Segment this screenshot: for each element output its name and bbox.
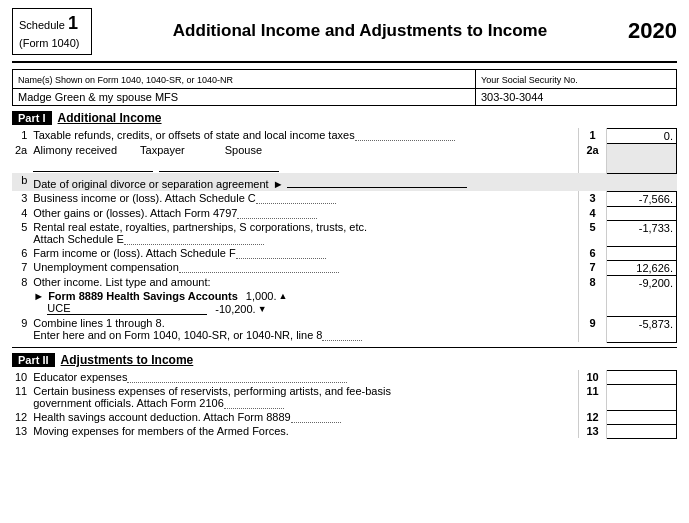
line-desc-2b: Date of original divorce or separation a… bbox=[30, 173, 578, 191]
taxpayer-info-header: Name(s) Shown on Form 1040, 1040-SR, or … bbox=[12, 69, 677, 88]
line-ref-9: 9 bbox=[579, 316, 607, 342]
part2-table: 10 Educator expenses 10 11 Certain busin… bbox=[12, 370, 677, 439]
line-value-11[interactable] bbox=[607, 384, 677, 410]
form-header: Schedule 1 (Form 1040) Additional Income… bbox=[12, 8, 677, 63]
other-income-item1-value: 1,000. bbox=[246, 290, 277, 302]
line-desc-5: Rental real estate, royalties, partnersh… bbox=[30, 220, 578, 246]
form-ref: (Form 1040) bbox=[19, 37, 80, 49]
taxpayer-ssn-value: 303-30-3044 bbox=[476, 89, 676, 105]
table-row: 6 Farm income or (loss). Attach Schedule… bbox=[12, 246, 677, 260]
taxpayer-name-label: Name(s) Shown on Form 1040, 1040-SR, or … bbox=[13, 70, 476, 88]
line-value-9[interactable]: -5,873. bbox=[607, 316, 677, 342]
table-row: b Date of original divorce or separation… bbox=[12, 173, 677, 191]
line-ref-10: 10 bbox=[579, 370, 607, 384]
line-desc-11: Certain business expenses of reservists,… bbox=[30, 384, 578, 410]
line-value-12[interactable] bbox=[607, 410, 677, 424]
line-num-5: 5 bbox=[12, 220, 30, 246]
part2-label: Part II bbox=[12, 353, 55, 367]
table-row: 12 Health savings account deduction. Att… bbox=[12, 410, 677, 424]
other-income-item2-value: -10,200. bbox=[215, 303, 255, 315]
schedule-box: Schedule 1 (Form 1040) bbox=[12, 8, 92, 55]
line-value-5[interactable]: -1,733. bbox=[607, 220, 677, 246]
line-value-6[interactable] bbox=[607, 246, 677, 260]
table-row: 13 Moving expenses for members of the Ar… bbox=[12, 424, 677, 438]
line-ref-1: 1 bbox=[579, 128, 607, 143]
line-ref-8: 8 bbox=[579, 275, 607, 316]
table-row: 9 Combine lines 1 through 8. Enter here … bbox=[12, 316, 677, 342]
other-income-item2-label: UCE bbox=[47, 302, 207, 315]
table-row: 4 Other gains or (losses). Attach Form 4… bbox=[12, 206, 677, 220]
table-row: 10 Educator expenses 10 bbox=[12, 370, 677, 384]
line-num-10: 10 bbox=[12, 370, 30, 384]
part1-title: Additional Income bbox=[58, 111, 162, 125]
line-num-1: 1 bbox=[12, 128, 30, 143]
line-value-13[interactable] bbox=[607, 424, 677, 438]
line-desc-7: Unemployment compensation bbox=[30, 260, 578, 275]
line-value-4[interactable] bbox=[607, 206, 677, 220]
line-ref-13: 13 bbox=[579, 424, 607, 438]
line-value-8[interactable]: -9,200. bbox=[607, 275, 677, 316]
line-value-3[interactable]: -7,566. bbox=[607, 191, 677, 206]
line-ref-2a: 2a bbox=[579, 143, 607, 173]
line-ref-11: 11 bbox=[579, 384, 607, 410]
line-desc-1: Taxable refunds, credits, or offsets of … bbox=[30, 128, 578, 143]
line-num-3: 3 bbox=[12, 191, 30, 206]
line-desc-6: Farm income or (loss). Attach Schedule F bbox=[30, 246, 578, 260]
line-num-12: 12 bbox=[12, 410, 30, 424]
other-income-item1-label: Form 8889 Health Savings Accounts bbox=[48, 290, 238, 302]
taxpayer-name-value: Madge Green & my spouse MFS bbox=[13, 89, 476, 105]
line-value-7[interactable]: 12,626. bbox=[607, 260, 677, 275]
line-desc-12: Health savings account deduction. Attach… bbox=[30, 410, 578, 424]
line-desc-13: Moving expenses for members of the Armed… bbox=[30, 424, 578, 438]
line-ref-5: 5 bbox=[579, 220, 607, 246]
part2-title: Adjustments to Income bbox=[61, 353, 194, 367]
table-row: 2a Alimony received TaxpayerSpouse 2a bbox=[12, 143, 677, 173]
tax-year: 2020 bbox=[628, 18, 677, 44]
taxpayer-ssn-label: Your Social Security No. bbox=[476, 70, 676, 88]
line-desc-2a: Alimony received TaxpayerSpouse bbox=[30, 143, 578, 173]
line-desc-10: Educator expenses bbox=[30, 370, 578, 384]
schedule-number: 1 bbox=[68, 13, 78, 33]
section-divider bbox=[12, 347, 677, 348]
line-num-2b: b bbox=[12, 173, 30, 191]
alimony-taxpayer-input[interactable] bbox=[33, 158, 153, 172]
line-num-2a: 2a bbox=[12, 143, 30, 173]
line-ref-7: 7 bbox=[579, 260, 607, 275]
line-ref-3: 3 bbox=[579, 191, 607, 206]
part1-header: Part I Additional Income bbox=[12, 111, 677, 125]
line-desc-3: Business income or (loss). Attach Schedu… bbox=[30, 191, 578, 206]
scroll-down-icon[interactable]: ▼ bbox=[258, 304, 267, 314]
table-row: 1 Taxable refunds, credits, or offsets o… bbox=[12, 128, 677, 143]
table-row: 11 Certain business expenses of reservis… bbox=[12, 384, 677, 410]
line-ref-4: 4 bbox=[579, 206, 607, 220]
table-row: 7 Unemployment compensation 7 12,626. bbox=[12, 260, 677, 275]
line-value-2a[interactable] bbox=[607, 143, 677, 173]
line-desc-4: Other gains or (losses). Attach Form 479… bbox=[30, 206, 578, 220]
line-desc-8: Other income. List type and amount: ► Fo… bbox=[30, 275, 578, 316]
line-value-10[interactable] bbox=[607, 370, 677, 384]
main-title: Additional Income and Adjustments to Inc… bbox=[92, 21, 628, 41]
line-num-8: 8 bbox=[12, 275, 30, 316]
line-num-4: 4 bbox=[12, 206, 30, 220]
part1-table: 1 Taxable refunds, credits, or offsets o… bbox=[12, 128, 677, 343]
schedule-label: Schedule bbox=[19, 19, 65, 31]
line-ref-12: 12 bbox=[579, 410, 607, 424]
line-num-9: 9 bbox=[12, 316, 30, 342]
table-row: 3 Business income or (loss). Attach Sche… bbox=[12, 191, 677, 206]
table-row: 5 Rental real estate, royalties, partner… bbox=[12, 220, 677, 246]
line-value-1[interactable]: 0. bbox=[607, 128, 677, 143]
alimony-spouse-input[interactable] bbox=[159, 158, 279, 172]
line-num-7: 7 bbox=[12, 260, 30, 275]
part2-header: Part II Adjustments to Income bbox=[12, 353, 677, 367]
scroll-up-icon[interactable]: ▲ bbox=[278, 291, 287, 301]
line-num-11: 11 bbox=[12, 384, 30, 410]
line-desc-9: Combine lines 1 through 8. Enter here an… bbox=[30, 316, 578, 342]
line-ref-6: 6 bbox=[579, 246, 607, 260]
taxpayer-info-values: Madge Green & my spouse MFS 303-30-3044 bbox=[12, 88, 677, 106]
table-row: 8 Other income. List type and amount: ► … bbox=[12, 275, 677, 316]
part1-label: Part I bbox=[12, 111, 52, 125]
line-num-6: 6 bbox=[12, 246, 30, 260]
line-num-13: 13 bbox=[12, 424, 30, 438]
